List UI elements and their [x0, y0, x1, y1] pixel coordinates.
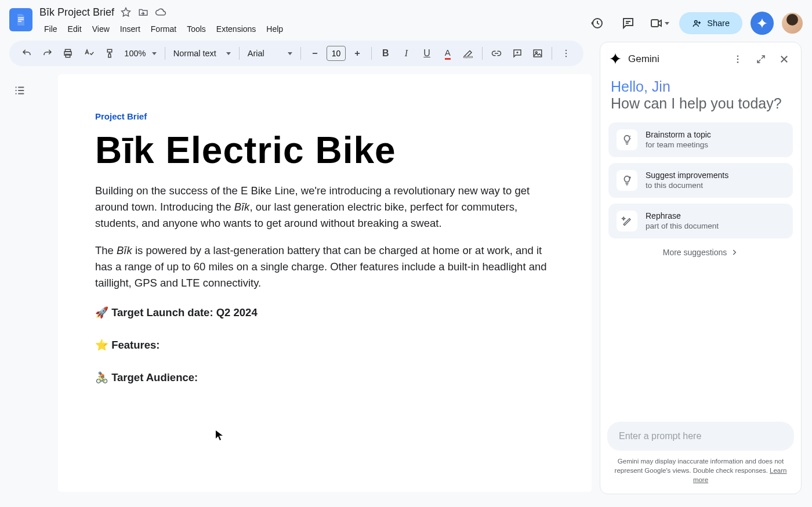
menu-format[interactable]: Format: [146, 22, 181, 36]
paint-format-button[interactable]: [100, 44, 119, 63]
lightbulb-icon: [617, 129, 637, 150]
font-size-input[interactable]: 10: [327, 46, 346, 61]
undo-button[interactable]: [17, 44, 36, 63]
doc-title-heading: Bīk Electric Bike: [95, 132, 554, 169]
section-audience: 🚴🏽 Target Audience:: [95, 371, 554, 384]
highlight-color-button[interactable]: [459, 44, 478, 63]
italic-button[interactable]: I: [397, 44, 416, 63]
menu-view[interactable]: View: [88, 22, 114, 36]
star-icon[interactable]: [120, 6, 132, 18]
outline-toggle-icon[interactable]: [9, 80, 30, 101]
svg-point-2: [695, 21, 698, 24]
insert-image-button[interactable]: [529, 44, 548, 63]
suggestion-card-rephrase[interactable]: Rephrasepart of this document: [608, 204, 793, 238]
suggestion-card-improve[interactable]: Suggest improvementsto this document: [608, 163, 793, 198]
cloud-status-icon[interactable]: [155, 6, 166, 18]
meet-button[interactable]: [648, 12, 671, 35]
disclaimer-text: Gemini may display inaccurate informatio…: [607, 451, 794, 487]
svg-point-13: [737, 59, 739, 60]
font-size-decrease[interactable]: [306, 44, 324, 63]
add-comment-button[interactable]: [508, 44, 527, 63]
menu-extensions[interactable]: Extensions: [212, 22, 260, 36]
prompt-input[interactable]: Enter a prompt here: [607, 422, 794, 451]
gemini-logo-icon: [608, 52, 622, 66]
greeting-hello: Hello, Jin: [611, 78, 791, 95]
section-features: ⭐ Features:: [95, 339, 554, 352]
paragraph-style-select[interactable]: Normal text: [170, 46, 234, 60]
share-button[interactable]: Share: [679, 12, 742, 34]
docs-app-icon[interactable]: [9, 8, 32, 31]
doc-paragraph-2: The Bīk is powered by a last-generation …: [95, 242, 554, 291]
font-size-increase[interactable]: [348, 44, 367, 63]
bold-button[interactable]: B: [376, 44, 395, 63]
text-color-button[interactable]: A: [438, 44, 457, 63]
gemini-side-panel: Gemini Hello, Jin How can I help you tod…: [600, 42, 802, 494]
svg-rect-1: [651, 20, 658, 27]
menu-bar: File Edit View Insert Format Tools Exten…: [39, 20, 585, 36]
magic-wand-icon: [617, 211, 637, 231]
more-toolbar-button[interactable]: [557, 44, 575, 63]
menu-insert[interactable]: Insert: [115, 22, 145, 36]
spellcheck-button[interactable]: [79, 44, 98, 63]
svg-rect-6: [464, 56, 473, 57]
account-avatar[interactable]: [782, 13, 803, 34]
redo-button[interactable]: [38, 44, 57, 63]
comments-icon[interactable]: [617, 12, 640, 35]
mouse-cursor-icon: [216, 430, 224, 441]
doc-paragraph-1: Building on the success of the E Bike Li…: [95, 183, 554, 231]
more-suggestions-button[interactable]: More suggestions: [600, 238, 801, 266]
suggestion-card-brainstorm[interactable]: Brainstorm a topicfor team meetings: [608, 122, 793, 157]
svg-point-12: [737, 55, 739, 57]
font-select[interactable]: Arial: [244, 46, 296, 60]
menu-file[interactable]: File: [39, 22, 62, 36]
svg-point-14: [737, 61, 739, 63]
svg-point-9: [566, 50, 567, 51]
document-page[interactable]: Project Brief Bīk Electric Bike Building…: [58, 74, 592, 492]
menu-edit[interactable]: Edit: [63, 22, 86, 36]
panel-more-icon[interactable]: [729, 50, 746, 68]
gemini-spark-icon[interactable]: [751, 12, 774, 35]
menu-tools[interactable]: Tools: [182, 22, 211, 36]
menu-help[interactable]: Help: [262, 22, 288, 36]
print-button[interactable]: [59, 44, 77, 63]
svg-point-11: [566, 56, 567, 57]
move-icon[interactable]: [137, 6, 149, 18]
svg-point-10: [566, 53, 567, 54]
panel-expand-icon[interactable]: [752, 50, 770, 68]
panel-title: Gemini: [628, 53, 723, 65]
section-launch-date: 🚀 Target Launch date: Q2 2024: [95, 306, 554, 319]
history-icon[interactable]: [585, 12, 608, 35]
lightbulb-plus-icon: [617, 170, 637, 191]
share-label: Share: [707, 19, 730, 28]
greeting-prompt: How can I help you today?: [611, 95, 791, 112]
panel-close-icon[interactable]: [775, 50, 793, 68]
document-title[interactable]: Bīk Project Brief: [39, 6, 114, 19]
underline-button[interactable]: U: [418, 44, 436, 63]
doc-subtitle: Project Brief: [95, 111, 554, 121]
svg-rect-7: [534, 50, 542, 57]
toolbar: 100% Normal text Arial 10 B I U A: [9, 41, 583, 66]
zoom-select[interactable]: 100%: [121, 46, 160, 60]
insert-link-button[interactable]: [487, 44, 506, 63]
